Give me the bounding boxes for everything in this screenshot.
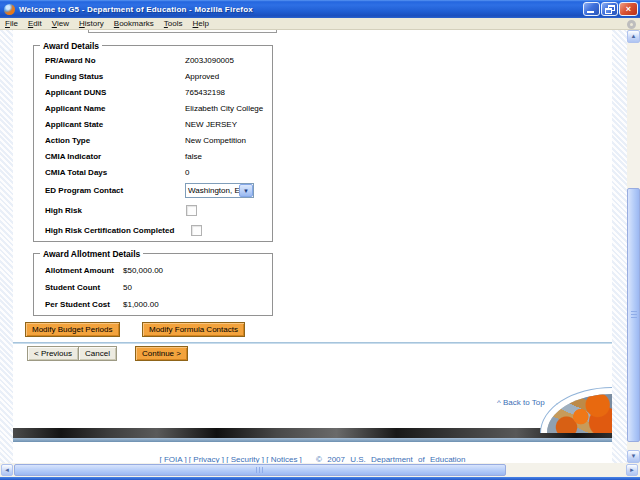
foia-link[interactable]: FOIA [160,455,189,463]
menu-bar: File Edit View History Bookmarks Tools H… [0,18,640,30]
cmia-indicator-value: false [185,149,202,165]
section-divider [13,342,612,344]
restore-button[interactable] [601,2,618,16]
vertical-scrollbar[interactable]: ▲ ▼ [627,30,640,463]
previous-section-cutoff [88,30,277,33]
copyright-text: © 2007 U.S. Department of Education [316,455,465,463]
page-content: Award Details PR/Award No Z003J090005 Fu… [0,30,627,463]
modify-formula-contacts-button[interactable]: Modify Formula Contacts [142,322,245,337]
award-allotment-fieldset: Award Allotment Details Allotment Amount… [33,253,273,316]
field-action-type: Action Type New Competition [45,133,268,149]
footer-photo [540,387,612,433]
field-pr-award-no: PR/Award No Z003J090005 [45,53,268,69]
continue-button[interactable]: Continue > [135,346,188,361]
field-per-student-cost: Per Student Cost $1,000.00 [45,296,268,313]
field-cmia-total-days: CMIA Total Days 0 [45,165,268,181]
page-margin-left [0,30,13,463]
menu-edit[interactable]: Edit [23,19,47,28]
field-applicant-name: Applicant Name Elizabeth City College [45,101,268,117]
footer-steel-line [13,438,612,442]
minimize-button[interactable] [583,2,600,16]
applicant-state-value: NEW JERSEY [185,117,237,133]
field-high-risk: High Risk [45,201,268,221]
pr-award-no-value: Z003J090005 [185,53,234,69]
menu-history[interactable]: History [74,19,109,28]
allotment-amount-value: $50,000.00 [123,262,163,279]
previous-button[interactable]: < Previous [27,346,79,361]
applicant-duns-value: 765432198 [185,85,225,101]
menu-tools[interactable]: Tools [159,19,188,28]
menu-file[interactable]: File [0,19,23,28]
field-allotment-amount: Allotment Amount $50,000.00 [45,262,268,279]
per-student-cost-value: $1,000.00 [123,296,159,313]
high-risk-checkbox[interactable] [186,205,197,216]
field-ed-program-contact: ED Program Contact Washington, Ed ▼ [45,181,268,201]
horizontal-scroll-thumb[interactable] [14,464,506,476]
window-titlebar[interactable]: Welcome to G5 - Department of Education … [0,0,640,18]
modify-budget-periods-button[interactable]: Modify Budget Periods [25,322,120,337]
scroll-right-button[interactable]: ► [626,464,638,476]
funding-status-value: Approved [185,69,219,85]
high-risk-cert-checkbox[interactable] [191,225,202,236]
scroll-down-button[interactable]: ▼ [627,450,640,463]
horizontal-scrollbar[interactable]: ◄ ► [0,463,640,477]
field-applicant-duns: Applicant DUNS 765432198 [45,85,268,101]
field-high-risk-cert: High Risk Certification Completed [45,221,268,241]
window-title: Welcome to G5 - Department of Education … [19,5,253,14]
close-button[interactable]: × [619,2,638,16]
award-details-fieldset: Award Details PR/Award No Z003J090005 Fu… [33,45,273,242]
scroll-up-button[interactable]: ▲ [627,30,640,43]
field-student-count: Student Count 50 [45,279,268,296]
privacy-link[interactable]: Privacy [189,455,226,463]
menu-view[interactable]: View [47,19,74,28]
notices-link[interactable]: Notices [266,455,304,463]
student-count-value: 50 [123,279,132,296]
footer-dark-bar [13,428,612,438]
chevron-down-icon[interactable]: ▼ [239,184,253,197]
field-cmia-indicator: CMIA Indicator false [45,149,268,165]
cancel-button[interactable]: Cancel [78,346,117,361]
minimize-icon [587,11,594,13]
applicant-name-value: Elizabeth City College [185,101,263,117]
action-type-value: New Competition [185,133,246,149]
cmia-total-days-value: 0 [185,165,189,181]
menu-bookmarks[interactable]: Bookmarks [109,19,159,28]
ed-program-contact-select[interactable]: Washington, Ed ▼ [185,183,254,198]
security-link[interactable]: Security [226,455,266,463]
activity-throbber-icon [627,20,636,29]
field-applicant-state: Applicant State NEW JERSEY [45,117,268,133]
back-to-top-link[interactable]: ^ Back to Top [497,398,545,407]
page-margin-right [612,30,627,463]
menu-help[interactable]: Help [188,19,214,28]
footer-links: FOIA Privacy Security Notices © 2007 U.S… [13,455,612,463]
firefox-icon [4,4,15,15]
classroom-chairs-image [547,394,612,433]
scroll-left-button[interactable]: ◄ [1,464,13,476]
vertical-scroll-thumb[interactable] [627,188,640,442]
field-funding-status: Funding Status Approved [45,69,268,85]
